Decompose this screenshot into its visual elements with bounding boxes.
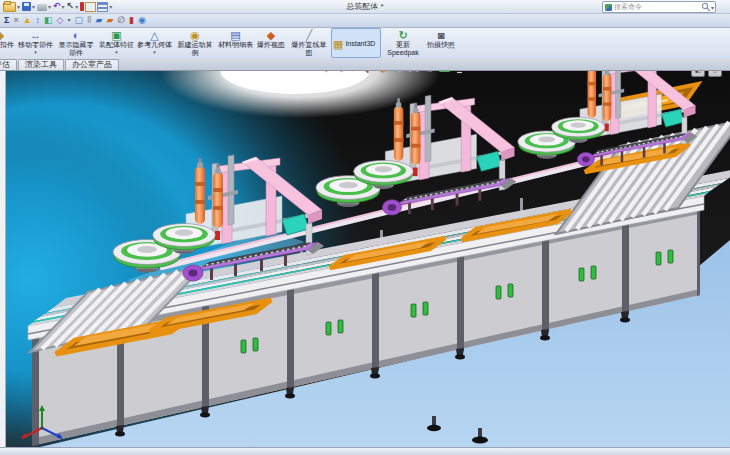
button-label: 材料明细表: [218, 41, 253, 49]
command-manager: ◆ 智能扣件 ↔ 移动零部件 ▾ ◐ 显示隐藏零部件 ▣ 装配体特征 ▾ △ 参…: [0, 28, 730, 58]
save-caret[interactable]: ▾: [32, 3, 35, 10]
button-label: 智能扣件: [0, 41, 14, 49]
search-type-icon[interactable]: [605, 4, 612, 11]
button-label: 爆炸视图: [257, 41, 285, 49]
smart-fasteners-icon: ◆: [0, 29, 4, 41]
search-box[interactable]: 搜索命令 ▾: [602, 1, 716, 13]
mate-icon[interactable]: ◇: [57, 15, 64, 26]
save-icon[interactable]: [22, 2, 31, 11]
show-hidden-components-button[interactable]: ◐ 显示隐藏零部件: [55, 28, 97, 58]
reference-geometry-button[interactable]: △ 参考几何体 ▾: [136, 28, 173, 58]
button-label: 新建运动算例: [175, 41, 215, 56]
update-speedpak-button[interactable]: ↻ 更新 Speedpak: [382, 28, 424, 58]
toolbar-separator: ‖: [87, 15, 91, 26]
update-speedpak-icon: ↻: [398, 29, 407, 41]
warning-icon[interactable]: ▲: [23, 15, 32, 26]
appearance-icon[interactable]: ◧: [44, 15, 53, 26]
bill-of-materials-button[interactable]: ▤ 材料明细表: [217, 28, 254, 58]
assembly-features-button[interactable]: ▣ 装配体特征 ▾: [98, 28, 135, 58]
new-motion-study-icon: ◉: [190, 29, 200, 41]
dropdown-arrow[interactable]: ▾: [153, 49, 156, 57]
new-motion-study-button[interactable]: ◉ 新建运动算例: [174, 28, 216, 58]
button-label: 参考几何体: [137, 41, 172, 49]
button-label: Instant3D: [345, 40, 375, 48]
tab-evaluate[interactable]: 评估: [0, 59, 17, 70]
take-snapshot-button[interactable]: ◙ 拍摄快照: [425, 28, 457, 58]
exploded-view-button[interactable]: ◆ 爆炸视图: [255, 28, 287, 58]
button-label: 拍摄快照: [427, 41, 455, 49]
rebuild-icon[interactable]: [80, 2, 84, 11]
open-icon[interactable]: [3, 2, 16, 12]
show-hidden-components-icon: ◐: [73, 29, 80, 41]
dropdown-arrow[interactable]: ▾: [115, 49, 118, 57]
status-bar: [0, 447, 730, 455]
undo-icon[interactable]: ↶: [53, 2, 61, 11]
viewport-frame-icon[interactable]: [85, 2, 96, 12]
move-component-button[interactable]: ↔ 移动零部件 ▾: [17, 28, 54, 58]
reference-geometry-icon: △: [150, 29, 158, 41]
search-magnifier-icon[interactable]: ▾: [701, 2, 715, 12]
explode-line-sketch-button[interactable]: ╱ 爆炸直线草图: [288, 28, 330, 58]
bill-of-materials-icon: ▤: [230, 29, 240, 41]
take-snapshot-icon: ◙: [438, 29, 445, 41]
table-caret[interactable]: ▾: [109, 3, 112, 10]
dropdown-arrow[interactable]: ▾: [34, 49, 37, 57]
quick-access-toolbar: ▾ ▾ ▾ ↶▾ ↖▾ ▾: [0, 2, 113, 12]
select-caret[interactable]: ▾: [75, 3, 78, 10]
exploded-view-icon: ◆: [267, 29, 275, 41]
summary-icon[interactable]: Σ: [4, 15, 9, 26]
print-icon[interactable]: [37, 4, 47, 11]
move-component-icon: ↔: [30, 29, 41, 41]
solidworks-window: ◧ ▯ ▾ ▾ ▾ ↶▾ ↖▾ ▾ 总装配体 * 搜索命令 ▾ Σ × ▲ ↕ …: [0, 0, 730, 455]
tab-render-tools[interactable]: 渲染工具: [18, 59, 64, 70]
button-label: 移动零部件: [18, 41, 53, 49]
button-label: 更新 Speedpak: [383, 41, 423, 56]
print-caret[interactable]: ▾: [48, 3, 51, 10]
interference-icon[interactable]: ×: [13, 15, 18, 26]
search-placeholder: 搜索命令: [614, 2, 642, 12]
assembly-features-icon: ▣: [111, 29, 121, 41]
tab-office-products[interactable]: 办公室产品: [65, 59, 119, 70]
material-icon[interactable]: ▮: [129, 15, 134, 26]
no-section-icon[interactable]: ∅: [117, 15, 125, 26]
display-icon[interactable]: ▢: [75, 15, 84, 26]
preview-orange-icon[interactable]: ▰: [106, 15, 113, 26]
smart-fasteners-button[interactable]: ◆ 智能扣件: [0, 28, 16, 58]
more-caret-icon[interactable]: ▾: [68, 15, 71, 26]
instant3d-button[interactable]: ▦ Instant3D: [331, 28, 381, 58]
undo-caret[interactable]: ▾: [62, 3, 65, 10]
button-label: 爆炸直线草图: [289, 41, 329, 56]
globe-icon[interactable]: ◉: [138, 15, 146, 26]
open-caret[interactable]: ▾: [17, 3, 20, 10]
measure-icon[interactable]: ↕: [36, 15, 41, 26]
feature-panel-splitter[interactable]: [0, 70, 6, 447]
select-icon[interactable]: ↖: [67, 2, 75, 11]
title-bar: ▾ ▾ ▾ ↶▾ ↖▾ ▾ 总装配体 * 搜索命令 ▾: [0, 0, 730, 14]
standard-toolbar: Σ × ▲ ↕ ◧ ◇ ▾ ▢ ‖ ▰ ▰ ∅ ▮ ◉: [0, 14, 730, 28]
button-label: 显示隐藏零部件: [56, 41, 96, 56]
explode-line-sketch-icon: ╱: [306, 29, 313, 41]
instant3d-icon: ▦: [333, 38, 343, 50]
preview-blue-icon[interactable]: ▰: [96, 15, 103, 26]
button-label: 装配体特征: [99, 41, 134, 49]
command-manager-tabs: 评估 渲染工具 办公室产品: [0, 58, 730, 71]
table-icon[interactable]: [97, 2, 108, 12]
